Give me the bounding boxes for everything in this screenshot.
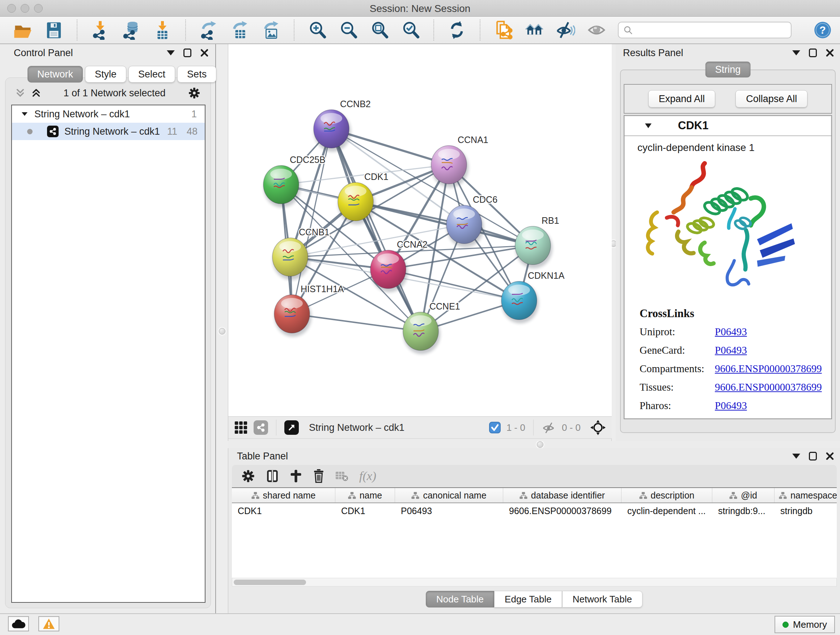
- import-database-icon[interactable]: [122, 20, 141, 40]
- import-table-icon[interactable]: [153, 20, 172, 40]
- refresh-view-icon[interactable]: [447, 20, 467, 40]
- tab-string[interactable]: String: [706, 62, 751, 78]
- tab-network[interactable]: Network: [27, 66, 83, 82]
- column-header-description[interactable]: description: [622, 488, 712, 502]
- grid-view-icon[interactable]: [234, 421, 248, 434]
- eye-sphere-icon[interactable]: [587, 20, 606, 40]
- column-header-namespace[interactable]: namespace: [775, 488, 837, 502]
- table-cell[interactable]: cyclin-dependent ...: [622, 503, 712, 518]
- network-node-HIST1H1A[interactable]: HIST1H1A: [274, 284, 344, 337]
- import-network-icon[interactable]: [90, 20, 110, 40]
- export-image-icon[interactable]: [261, 20, 281, 40]
- open-in-browser-icon[interactable]: [284, 420, 299, 435]
- column-header-database-identifier[interactable]: database identifier: [503, 488, 622, 502]
- collapse-entry-icon[interactable]: [645, 123, 652, 129]
- network-edge[interactable]: [332, 129, 421, 331]
- export-table-icon[interactable]: [230, 20, 249, 40]
- close-panel-icon[interactable]: [826, 49, 834, 57]
- column-header-name[interactable]: name: [335, 488, 395, 502]
- crosslink-compartments-link[interactable]: 9606.ENSP00000378699: [715, 363, 822, 375]
- zoom-out-icon[interactable]: [339, 20, 358, 40]
- column-header--id[interactable]: @id: [712, 488, 775, 502]
- memory-button[interactable]: Memory: [775, 616, 835, 633]
- network-options-gear-icon[interactable]: [188, 87, 201, 99]
- tab-node-table[interactable]: Node Table: [426, 591, 494, 608]
- vertical-splitter-right[interactable]: [611, 44, 616, 441]
- crosslink-uniprot-link[interactable]: P06493: [715, 326, 747, 338]
- float-panel-icon[interactable]: [183, 49, 191, 57]
- crosslink-label: Compartments:: [639, 363, 715, 375]
- table-cell[interactable]: CDK1: [232, 503, 335, 518]
- control-panel: Control Panel NetworkStyleSelectSets 1 o…: [0, 44, 216, 613]
- network-row-selected[interactable]: String Network – cdk1 11 48: [12, 123, 205, 140]
- panel-menu-icon[interactable]: [167, 50, 175, 55]
- table-cell[interactable]: CDK1: [335, 503, 395, 518]
- crosslink-genecard-link[interactable]: P06493: [715, 344, 747, 356]
- network-node-CCNB1[interactable]: CCNB1: [272, 227, 330, 280]
- network-canvas[interactable]: CCNB2 CCNA1 CDC25B CDK1 CDC6 RB1 CCNB1 C…: [228, 44, 612, 416]
- tab-sets[interactable]: Sets: [177, 66, 216, 82]
- node-label: CCNE1: [429, 301, 460, 311]
- hidden-eye-icon[interactable]: [542, 421, 556, 434]
- zoom-selected-icon[interactable]: [401, 20, 420, 40]
- zoom-in-icon[interactable]: [308, 20, 327, 40]
- network-node-CCNA1[interactable]: CCNA1: [431, 135, 488, 187]
- collapse-all-button[interactable]: Collapse All: [736, 90, 807, 108]
- panel-menu-icon[interactable]: [792, 454, 800, 459]
- table-cell[interactable]: stringdb: [775, 503, 837, 518]
- tab-select[interactable]: Select: [128, 66, 175, 82]
- cloud-status-button[interactable]: [8, 616, 29, 631]
- birdseye-view-icon[interactable]: [590, 420, 606, 435]
- column-header-canonical-name[interactable]: canonical name: [395, 488, 503, 502]
- column-header-shared-name[interactable]: shared name: [232, 488, 335, 502]
- zoom-fit-icon[interactable]: [370, 20, 389, 40]
- node-label: CCNB2: [340, 99, 371, 109]
- horizontal-splitter[interactable]: [228, 441, 840, 448]
- string-network-badge-icon[interactable]: [254, 420, 268, 435]
- tab-style[interactable]: Style: [85, 66, 126, 82]
- search-box[interactable]: [618, 22, 791, 38]
- crosslink-pharos-link[interactable]: P06493: [715, 400, 747, 412]
- tab-edge-table[interactable]: Edge Table: [494, 591, 562, 608]
- expand-all-icon[interactable]: [32, 88, 41, 98]
- hide-panel-icon[interactable]: [556, 20, 575, 40]
- expand-all-button[interactable]: Expand All: [648, 90, 715, 108]
- table-row[interactable]: CDK1CDK1P064939606.ENSP00000378699cyclin…: [232, 503, 837, 518]
- collapse-all-icon[interactable]: [16, 88, 25, 98]
- network-node-CDKN1A[interactable]: CDKN1A: [501, 271, 565, 323]
- vertical-splitter-left[interactable]: [217, 44, 228, 613]
- table-settings-gear-icon[interactable]: [241, 469, 255, 483]
- help-button[interactable]: ?: [813, 21, 832, 40]
- panel-menu-icon[interactable]: [792, 50, 800, 55]
- search-input[interactable]: [636, 25, 786, 36]
- table-cell[interactable]: stringdb:9...: [712, 503, 775, 518]
- float-panel-icon[interactable]: [809, 452, 817, 461]
- create-column-icon[interactable]: [290, 469, 302, 483]
- show-columns-icon[interactable]: [266, 469, 279, 483]
- selected-checkbox-icon[interactable]: [489, 422, 501, 433]
- node-label: HIST1H1A: [301, 284, 344, 294]
- save-session-icon[interactable]: [44, 20, 64, 40]
- table-cell[interactable]: 9606.ENSP00000378699: [503, 503, 622, 518]
- close-panel-icon[interactable]: [200, 49, 209, 57]
- open-file-icon[interactable]: [13, 20, 33, 40]
- network-node-RB1[interactable]: RB1: [515, 215, 559, 268]
- crosslink-tissues-link[interactable]: 9606.ENSP00000378699: [715, 381, 822, 393]
- document-share-icon[interactable]: [493, 20, 513, 40]
- close-panel-icon[interactable]: [826, 452, 834, 461]
- export-network-icon[interactable]: [199, 20, 218, 40]
- tree-expand-icon[interactable]: [21, 111, 28, 117]
- warnings-button[interactable]: [38, 616, 59, 631]
- network-edge[interactable]: [355, 202, 533, 245]
- table-horizontal-scrollbar[interactable]: [232, 578, 837, 586]
- scrollbar-thumb[interactable]: [234, 580, 306, 585]
- splitter-handle[interactable]: [219, 328, 225, 334]
- splitter-handle[interactable]: [537, 441, 543, 448]
- delete-column-icon[interactable]: [313, 469, 325, 483]
- float-panel-icon[interactable]: [809, 49, 817, 57]
- tab-network-table[interactable]: Network Table: [562, 591, 643, 608]
- string-homes-icon[interactable]: [524, 20, 544, 40]
- network-node-CCNB2[interactable]: CCNB2: [314, 99, 371, 152]
- table-cell[interactable]: P06493: [395, 503, 503, 518]
- network-collection-row[interactable]: String Network – cdk1 1: [12, 105, 205, 123]
